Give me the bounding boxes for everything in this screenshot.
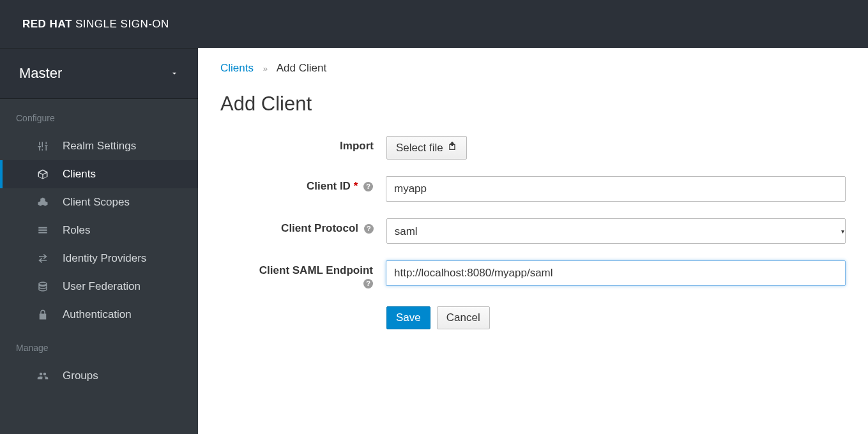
sliders-icon [36,140,50,152]
users-icon [36,370,50,382]
form-row-client-id: Client ID * ? [220,176,846,202]
form-row-import: Import Select file [220,136,846,160]
logo-product: SINGLE SIGN-ON [75,18,169,30]
sidebar-item-client-scopes[interactable]: Client Scopes [0,188,198,216]
breadcrumb-link-clients[interactable]: Clients [220,62,254,74]
nav-label: Groups [63,370,98,382]
select-file-button[interactable]: Select file [386,136,467,160]
app-header: RED HAT SINGLE SIGN-ON [0,0,868,48]
label-client-id: Client ID * ? [220,176,386,193]
realm-selector[interactable]: Master [0,49,198,99]
nav-label: Roles [63,224,90,237]
database-icon [36,281,50,292]
cube-icon [36,168,50,180]
list-icon [36,225,50,236]
breadcrumb-separator: » [263,64,268,73]
label-import: Import [220,136,386,153]
cubes-icon [36,197,50,208]
chevron-down-icon [170,65,179,82]
saml-endpoint-input[interactable] [386,260,846,286]
sidebar-item-user-federation[interactable]: User Federation [0,273,198,301]
select-file-label: Select file [396,142,443,154]
nav-label: Authentication [63,308,132,321]
exchange-icon [36,253,50,264]
breadcrumb-current: Add Client [277,62,326,74]
nav-label: Client Scopes [63,196,130,209]
form-actions: Save Cancel [386,306,846,329]
import-icon [447,141,457,154]
sidebar-item-groups[interactable]: Groups [0,362,198,390]
help-icon[interactable]: ? [363,182,373,191]
cancel-button[interactable]: Cancel [437,306,490,329]
sidebar: Master Configure Realm Settings Clients … [0,48,198,434]
nav-label: Clients [63,168,96,181]
save-button[interactable]: Save [386,306,430,329]
sidebar-item-roles[interactable]: Roles [0,216,198,244]
label-client-protocol: Client Protocol ? [220,218,386,235]
nav-label: User Federation [63,280,141,293]
section-configure-label: Configure [0,99,198,132]
page-title: Add Client [220,93,846,116]
logo-brand: RED HAT [22,18,72,30]
sidebar-item-authentication[interactable]: Authentication [0,301,198,329]
main-content: Clients » Add Client Add Client Import S… [198,48,868,343]
client-protocol-select[interactable]: openid-connectsaml [386,218,846,244]
client-id-input[interactable] [386,176,846,202]
form-row-saml-endpoint: Client SAML Endpoint ? [220,260,846,290]
help-icon[interactable]: ? [364,224,374,234]
breadcrumb: Clients » Add Client [220,62,846,75]
form-row-client-protocol: Client Protocol ? openid-connectsaml ▾ [220,218,846,244]
app-logo: RED HAT SINGLE SIGN-ON [22,18,169,31]
sidebar-item-identity-providers[interactable]: Identity Providers [0,244,198,273]
section-manage-label: Manage [0,329,198,362]
help-icon[interactable]: ? [363,279,373,288]
nav-label: Realm Settings [63,140,136,153]
sidebar-item-realm-settings[interactable]: Realm Settings [0,132,198,160]
realm-name: Master [19,65,62,82]
lock-icon [36,309,50,320]
sidebar-item-clients[interactable]: Clients [0,160,198,188]
label-saml-endpoint: Client SAML Endpoint ? [220,260,386,290]
nav-label: Identity Providers [63,252,146,265]
required-marker: * [354,180,358,192]
